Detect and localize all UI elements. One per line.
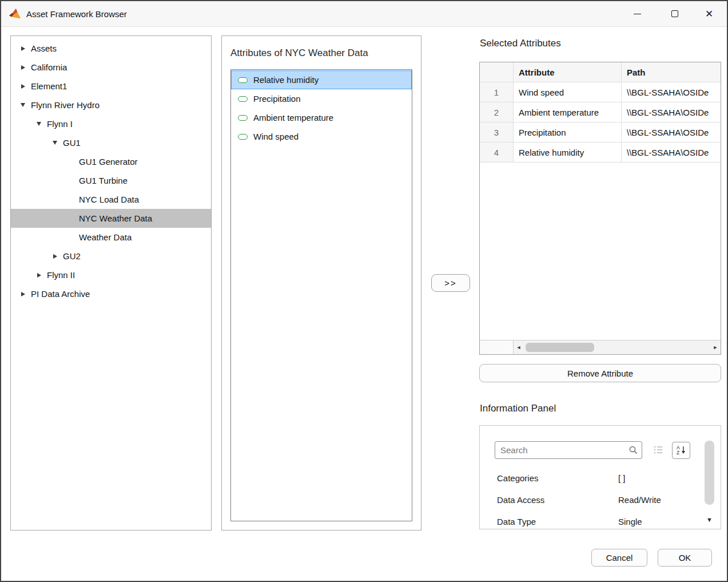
tree-item-nyc-weather-data[interactable]: NYC Weather Data [11, 209, 211, 228]
group-view-button[interactable] [649, 442, 667, 459]
window-title: Asset Framework Browser [26, 9, 127, 19]
scrollbar-corner [480, 341, 514, 354]
svg-text:Z: Z [677, 450, 679, 455]
sort-a-z-icon: A Z [676, 445, 686, 457]
attribute-cell: Relative humidity [514, 142, 622, 163]
property-list: Categories [ ] Data Access Read/Write Da… [497, 467, 686, 529]
horizontal-scrollbar[interactable]: ◄ ► [514, 341, 721, 354]
add-attribute-button[interactable]: >> [431, 274, 470, 292]
remove-attribute-button[interactable]: Remove Attribute [479, 364, 721, 382]
tree-item-gu2[interactable]: GU2 [11, 247, 211, 266]
vertical-scrollbar[interactable]: ▼ [705, 438, 714, 523]
attribute-icon [238, 115, 248, 121]
tree-item-california[interactable]: California [11, 58, 211, 77]
tree-item-element1[interactable]: Element1 [11, 77, 211, 96]
chevron-right-icon[interactable] [17, 292, 29, 296]
chevron-down-icon[interactable] [33, 122, 45, 126]
list-item-wind-speed[interactable]: Wind speed [231, 127, 412, 146]
tree-item-flynn-i[interactable]: Flynn I [11, 114, 211, 133]
tree-item-assets[interactable]: Assets [11, 39, 211, 58]
search-input[interactable] [495, 441, 642, 459]
table-scrollbar-row: ◄ ► [480, 340, 721, 354]
chevron-right-icon[interactable] [17, 65, 29, 70]
property-name: Categories [497, 473, 618, 483]
chevron-right-icon[interactable] [49, 254, 61, 259]
sort-alphabetical-button[interactable]: A Z [672, 442, 690, 459]
title-bar: Asset Framework Browser ✕ [1, 1, 727, 27]
tree-item-pi-data-archive[interactable]: PI Data Archive [11, 284, 211, 303]
tree-item-gu1-generator[interactable]: GU1 Generator [11, 152, 211, 171]
attribute-cell: Ambient temperature [514, 102, 622, 122]
maximize-icon [671, 10, 678, 17]
row-number: 4 [480, 142, 514, 163]
tree-item-label: Element1 [31, 81, 67, 91]
tree-item-nyc-load-data[interactable]: NYC Load Data [11, 190, 211, 209]
table-row[interactable]: 3 Precipitation \\BGL-SSAHA\OSIDe [480, 122, 721, 142]
chevron-down-icon[interactable] [17, 103, 29, 107]
chevron-down-icon[interactable] [49, 141, 61, 145]
tree-item-label: PI Data Archive [31, 289, 90, 299]
scroll-down-icon[interactable]: ▼ [705, 516, 714, 523]
list-item-ambient-temperature[interactable]: Ambient temperature [231, 108, 412, 127]
matlab-icon [9, 7, 21, 20]
tree-item-label: Weather Data [79, 232, 132, 242]
minimize-icon [634, 14, 641, 14]
table-row[interactable]: 1 Wind speed \\BGL-SSAHA\OSIDe [480, 82, 721, 102]
asset-tree-panel: Assets California Element1 Flynn River H… [10, 35, 212, 530]
tree-item-flynn-river-hydro[interactable]: Flynn River Hydro [11, 96, 211, 114]
property-value: [ ] [618, 473, 686, 483]
tree-item-gu1-turbine[interactable]: GU1 Turbine [11, 171, 211, 190]
property-value: Single [618, 517, 686, 526]
chevron-right-icon[interactable] [33, 273, 45, 278]
property-row-data-type[interactable]: Data Type Single [497, 510, 686, 529]
path-cell: \\BGL-SSAHA\OSIDe [622, 142, 721, 163]
table-row[interactable]: 2 Ambient temperature \\BGL-SSAHA\OSIDe [480, 102, 721, 122]
horizontal-scrollbar-thumb[interactable] [526, 343, 594, 352]
row-number: 2 [480, 102, 514, 122]
property-row-data-access[interactable]: Data Access Read/Write [497, 489, 686, 510]
property-name: Data Type [497, 517, 618, 526]
tree-item-label: Assets [31, 43, 57, 53]
search-box [495, 441, 642, 459]
property-row-categories[interactable]: Categories [ ] [497, 467, 686, 489]
list-item-precipitation[interactable]: Precipitation [231, 89, 412, 108]
table-header-row: Attribute Path [480, 62, 721, 82]
property-name: Data Access [497, 495, 618, 505]
close-button[interactable]: ✕ [696, 1, 722, 26]
tree-item-gu1[interactable]: GU1 [11, 133, 211, 152]
tree-item-label: Flynn II [47, 270, 75, 280]
cancel-button[interactable]: Cancel [591, 549, 647, 567]
maximize-button[interactable] [662, 1, 688, 26]
list-view-icon [653, 445, 663, 457]
attributes-panel-title: Attributes of NYC Weather Data [230, 47, 368, 59]
column-header-attribute[interactable]: Attribute [514, 62, 622, 82]
column-header-path[interactable]: Path [622, 62, 721, 82]
scroll-left-icon[interactable]: ◄ [514, 341, 524, 354]
tree-item-label: Flynn River Hydro [31, 100, 100, 110]
ok-button[interactable]: OK [658, 549, 712, 567]
table-corner-cell [480, 62, 514, 82]
scroll-right-icon[interactable]: ► [710, 341, 721, 354]
tree-item-label: NYC Load Data [79, 195, 139, 204]
list-item-label: Relative humidity [253, 75, 319, 85]
attributes-list: Relative humidity Precipitation Ambient … [230, 69, 412, 521]
attribute-icon [238, 77, 248, 83]
chevron-right-icon[interactable] [17, 46, 29, 51]
tree-item-weather-data[interactable]: Weather Data [11, 228, 211, 247]
path-cell: \\BGL-SSAHA\OSIDe [622, 82, 721, 102]
list-item-label: Wind speed [253, 132, 299, 141]
minimize-button[interactable] [624, 1, 650, 26]
search-icon [628, 445, 638, 455]
table-row[interactable]: 4 Relative humidity \\BGL-SSAHA\OSIDe [480, 142, 721, 163]
list-item-label: Ambient temperature [253, 113, 333, 122]
information-panel-title: Information Panel [480, 403, 556, 414]
tree-item-label: GU1 Turbine [79, 176, 128, 185]
vertical-scrollbar-thumb[interactable] [705, 441, 714, 505]
information-panel: A Z ▼ Categories [ ] Data Access Read/Wr… [479, 425, 721, 529]
list-item-label: Precipitation [253, 94, 301, 104]
list-item-relative-humidity[interactable]: Relative humidity [231, 70, 412, 89]
chevron-right-icon[interactable] [17, 84, 29, 89]
tree-item-flynn-ii[interactable]: Flynn II [11, 266, 211, 284]
property-value: Read/Write [618, 495, 686, 505]
row-number: 3 [480, 122, 514, 142]
